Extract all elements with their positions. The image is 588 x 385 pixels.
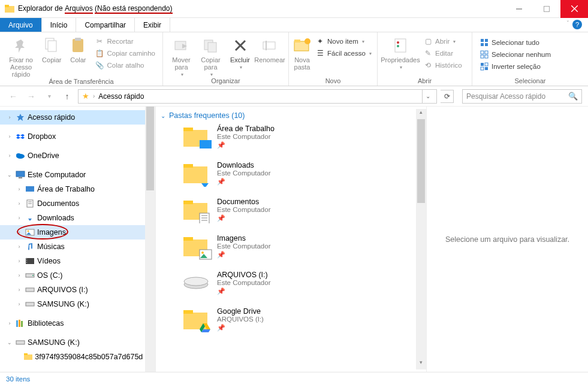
easy-access-button[interactable]: ☰Fácil acesso▾: [314, 48, 373, 59]
svg-rect-77: [183, 237, 193, 241]
copy-path-button[interactable]: 📋Copiar caminho: [94, 48, 156, 59]
easy-access-label: Fácil acesso: [327, 50, 366, 57]
tree-label: ARQUIVOS (I:): [37, 286, 88, 294]
tree-music[interactable]: ›Músicas: [0, 240, 155, 254]
help-icon[interactable]: ?: [572, 20, 582, 29]
folder-icon-documents: [182, 198, 210, 222]
paste-shortcut-button[interactable]: 📎Colar atalho: [94, 60, 156, 71]
history-button[interactable]: ⟲Histórico: [422, 60, 463, 71]
tree-samsung-k2[interactable]: ⌄SAMSUNG (K:): [0, 335, 155, 350]
close-button[interactable]: [560, 0, 588, 18]
tree-onedrive[interactable]: ›OneDrive: [0, 148, 155, 163]
tab-arquivo[interactable]: Arquivo: [0, 18, 42, 32]
copy-path-label: Copiar caminho: [107, 50, 155, 57]
svg-rect-67: [200, 140, 212, 148]
svg-rect-8: [73, 39, 83, 52]
tree-long-folder[interactable]: 3f974f9359084c85b057a7d675da472f: [0, 350, 155, 364]
refresh-button[interactable]: ⟳: [441, 90, 454, 103]
search-placeholder: Pesquisar Acesso rápido: [466, 92, 545, 101]
quick-access-icon: ★: [82, 92, 89, 101]
back-button[interactable]: ←: [6, 89, 20, 104]
folder-arquivos-drive[interactable]: ARQUIVOS (I:)Este Computador📌: [182, 271, 419, 295]
minimize-button[interactable]: [505, 0, 533, 18]
tree-scrollbar[interactable]: [145, 107, 155, 372]
invert-label: Inverter seleção: [491, 63, 541, 70]
up-button[interactable]: ↑: [60, 89, 74, 104]
open-icon: ▢: [423, 37, 433, 46]
folder-name: Documentos: [217, 198, 271, 206]
tree-documents[interactable]: ›Documentos: [0, 196, 155, 211]
svg-point-49: [28, 231, 29, 232]
forward-button[interactable]: →: [24, 89, 38, 104]
tree-quick-access[interactable]: ›Acesso rápido: [0, 110, 155, 125]
preview-pane: Selecione um arquivo para visualizar.: [426, 107, 588, 372]
tree-this-pc[interactable]: ⌄Este Computador: [0, 168, 155, 182]
ribbon-collapse-icon[interactable]: ˇ: [567, 20, 569, 27]
scroll-up-icon[interactable]: ▴: [416, 109, 426, 119]
pin-quick-access-button[interactable]: Fixar no Acesso rápido: [4, 34, 38, 78]
tree-desktop[interactable]: ›Área de Trabalho: [0, 182, 155, 196]
svg-point-19: [304, 38, 310, 44]
tree-dropbox[interactable]: ›Dropbox: [0, 129, 155, 144]
edit-button[interactable]: ✎Editar: [422, 48, 463, 59]
address-input[interactable]: ★ › Acesso rápido ⌄: [78, 89, 437, 104]
tree-label: Este Computador: [28, 171, 86, 179]
breadcrumb-location[interactable]: Acesso rápido: [98, 92, 144, 101]
downloads-icon: [25, 213, 35, 223]
tree-os-c[interactable]: ›OS (C:): [0, 268, 155, 283]
properties-button[interactable]: Propriedades▾: [381, 34, 420, 70]
tab-inicio[interactable]: Início: [42, 18, 77, 32]
recent-dropdown[interactable]: ▾: [42, 89, 56, 104]
maximize-button[interactable]: [533, 0, 560, 18]
copy-label: Copiar: [42, 56, 61, 63]
list-group-header[interactable]: ⌄Pastas frequentes (10): [156, 111, 419, 120]
svg-rect-12: [208, 43, 216, 52]
videos-icon: [25, 256, 35, 266]
search-input[interactable]: Pesquisar Acesso rápido 🔍: [462, 89, 582, 104]
pin-icon: 📌: [217, 324, 264, 332]
scroll-down-icon[interactable]: ▾: [416, 359, 426, 369]
tree-downloads[interactable]: ›Downloads: [0, 211, 155, 225]
paste-button[interactable]: Colar: [65, 34, 91, 63]
invert-selection-button[interactable]: Inverter seleção: [478, 61, 552, 72]
copy-button[interactable]: Copiar: [38, 34, 65, 63]
new-item-button[interactable]: ✦Novo item▾: [314, 36, 373, 47]
tree-label: Vídeos: [37, 257, 61, 265]
tree-libraries[interactable]: ›Bibliotecas: [0, 316, 155, 331]
svg-rect-7: [48, 41, 56, 51]
open-button[interactable]: ▢Abrir▾: [422, 36, 463, 47]
tree-samsung-k[interactable]: ›SAMSUNG (K:): [0, 297, 155, 311]
select-all-button[interactable]: Selecionar tudo: [478, 37, 552, 48]
titlebar: Explorador de Arquivos (Não está respond…: [0, 0, 588, 18]
content-area: ›Acesso rápido ›Dropbox ›OneDrive ⌄Este …: [0, 107, 588, 372]
history-icon: ⟲: [423, 60, 433, 70]
cut-button[interactable]: ✂Recortar: [94, 36, 156, 47]
tab-exibir[interactable]: Exibir: [135, 18, 170, 32]
tree-arquivos-i[interactable]: ›ARQUIVOS (I:): [0, 283, 155, 297]
tab-compartilhar[interactable]: Compartilhar: [76, 18, 135, 32]
folder-documents[interactable]: DocumentosEste Computador📌: [182, 198, 419, 222]
address-dropdown[interactable]: ⌄: [422, 90, 433, 103]
music-icon: [25, 242, 35, 251]
list-scrollbar[interactable]: ▴ ▾: [416, 109, 426, 369]
folder-downloads[interactable]: DownloadsEste Computador📌: [182, 161, 419, 186]
folder-icon-gdrive: [182, 308, 210, 332]
tree-videos[interactable]: ›Vídeos: [0, 254, 155, 268]
svg-rect-52: [26, 259, 27, 259]
copy-to-button[interactable]: Copiar para▾: [196, 34, 225, 77]
folder-desktop[interactable]: Área de TrabalhoEste Computador📌: [182, 125, 419, 149]
svg-rect-66: [183, 128, 193, 131]
select-none-button[interactable]: Selecionar nenhum: [478, 49, 552, 60]
delete-button[interactable]: Excluir▾: [225, 34, 255, 70]
status-bar: 30 itens: [0, 372, 588, 385]
folder-images[interactable]: ImagensEste Computador📌: [182, 234, 419, 259]
folder-gdrive[interactable]: Google DriveARQUIVOS (I:)📌: [182, 307, 419, 332]
ribbon-group-select: Selecionar tudo Selecionar nenhum Invert…: [472, 32, 588, 86]
navigation-tree: ›Acesso rápido ›Dropbox ›OneDrive ⌄Este …: [0, 107, 156, 372]
rename-button[interactable]: Renomear: [255, 34, 285, 63]
new-folder-button[interactable]: Nova pasta: [293, 34, 312, 71]
svg-marker-35: [17, 114, 24, 121]
tree-images[interactable]: ›Imagens: [0, 225, 155, 240]
move-to-button[interactable]: Mover para▾: [167, 34, 196, 77]
folder-name: Área de Trabalho: [217, 125, 275, 133]
